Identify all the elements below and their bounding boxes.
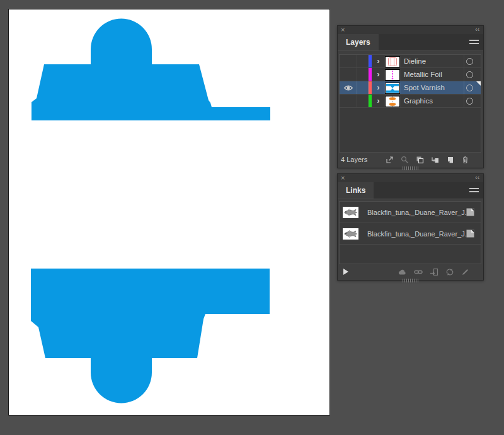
artboard[interactable] [8,9,330,415]
link-row[interactable]: Blackfin_tuna,_Duane_Raver_J... [340,223,481,245]
eye-icon [343,84,353,91]
panel-menu-icon[interactable] [469,40,479,45]
varnish-shape-top[interactable] [32,18,270,120]
layer-thumbnail-graphics [385,96,400,107]
close-icon[interactable]: × [341,26,345,34]
layer-color-bar [369,95,372,107]
relink-icon[interactable] [414,268,423,276]
link-row[interactable]: Blackfin_tuna,_Duane_Raver_J... [340,202,481,223]
links-list: Blackfin_tuna,_Duane_Raver_J... Blackfin… [339,201,481,264]
target-circle[interactable] [466,58,473,65]
lock-toggle[interactable] [357,81,369,94]
spot-varnish-artwork [9,9,329,415]
expand-arrow-icon[interactable]: › [374,95,383,107]
layer-count-status: 4 Layers [341,151,367,168]
links-tab-bar: Links [338,182,483,199]
lock-toggle[interactable] [357,68,369,81]
visibility-toggle[interactable] [340,68,357,81]
link-thumbnail-fish [343,228,358,240]
layer-name: Metallic Foil [404,68,442,81]
layer-name: Spot Varnish [404,81,445,95]
relink-from-cc-libraries-icon[interactable] [398,268,407,276]
layers-list: › Dieline › Metallic Foil [339,54,481,153]
layer-thumbnail-metallic-foil [385,69,400,81]
varnish-shape-bottom[interactable] [31,269,270,403]
selection-corner-indicator [476,81,481,86]
panel-resize-grip[interactable] [403,166,419,170]
go-to-link-icon[interactable] [430,268,438,276]
layer-color-bar [369,81,372,94]
lock-toggle[interactable] [357,55,369,67]
make-clipping-mask-icon[interactable] [416,156,424,164]
embedded-badge-icon [466,207,475,217]
links-panel-header: × ‹‹ [338,174,483,183]
visibility-toggle[interactable] [340,95,357,107]
collapse-panel-icon[interactable]: ‹‹ [475,174,479,182]
panel-menu-icon[interactable] [469,188,479,194]
locate-object-icon[interactable] [401,156,409,164]
expand-arrow-icon[interactable]: › [374,68,383,81]
target-circle[interactable] [466,71,473,78]
link-thumbnail-fish [343,207,358,218]
lock-toggle[interactable] [357,95,369,107]
embedded-badge-icon [466,229,475,238]
create-new-sublayer-icon[interactable] [431,156,439,164]
links-panel: × ‹‹ Links Blackfin_tuna,_Duane_Raver_J.… [337,173,484,281]
collect-for-export-icon[interactable] [386,156,394,164]
layer-row-metallic-foil[interactable]: › Metallic Foil [340,68,481,81]
edit-original-icon[interactable] [461,268,469,276]
tab-links[interactable]: Links [338,182,374,199]
layer-name: Dieline [404,55,426,68]
link-filename: Blackfin_tuna,_Duane_Raver_J... [367,202,471,223]
show-link-info-icon[interactable] [343,269,348,275]
layer-row-dieline[interactable]: › Dieline [340,55,481,68]
layers-panel: × ‹‹ Layers › Dieline › [337,25,484,168]
visibility-toggle[interactable] [340,81,357,94]
update-link-icon[interactable] [445,268,454,276]
layer-name: Graphics [404,95,433,108]
panel-resize-grip[interactable] [403,279,419,282]
expand-arrow-icon[interactable]: › [374,81,383,94]
layer-row-spot-varnish[interactable]: › Spot Varnish [340,81,481,95]
delete-selection-icon[interactable] [461,156,469,164]
link-filename: Blackfin_tuna,_Duane_Raver_J... [367,223,471,245]
layers-panel-header: × ‹‹ [338,26,483,35]
layer-color-bar [369,68,372,81]
layer-row-graphics[interactable]: › Graphics [340,95,481,108]
create-new-layer-icon[interactable] [446,156,454,164]
expand-arrow-icon[interactable]: › [374,55,383,67]
layers-panel-footer: 4 Layers [338,151,483,168]
close-icon[interactable]: × [341,174,345,182]
tab-layers[interactable]: Layers [338,34,379,50]
target-circle[interactable] [466,84,473,91]
layer-thumbnail-spot-varnish [385,83,400,94]
collapse-panel-icon[interactable]: ‹‹ [475,26,479,33]
visibility-toggle[interactable] [340,55,357,67]
layer-color-bar [369,55,372,67]
links-panel-footer [338,264,483,280]
illustrator-workspace: { "ui": { "close_glyph": "×", "collapse_… [0,0,504,435]
target-circle[interactable] [466,98,473,105]
layers-tab-bar: Layers [338,34,483,51]
layer-thumbnail-dieline [385,56,400,67]
